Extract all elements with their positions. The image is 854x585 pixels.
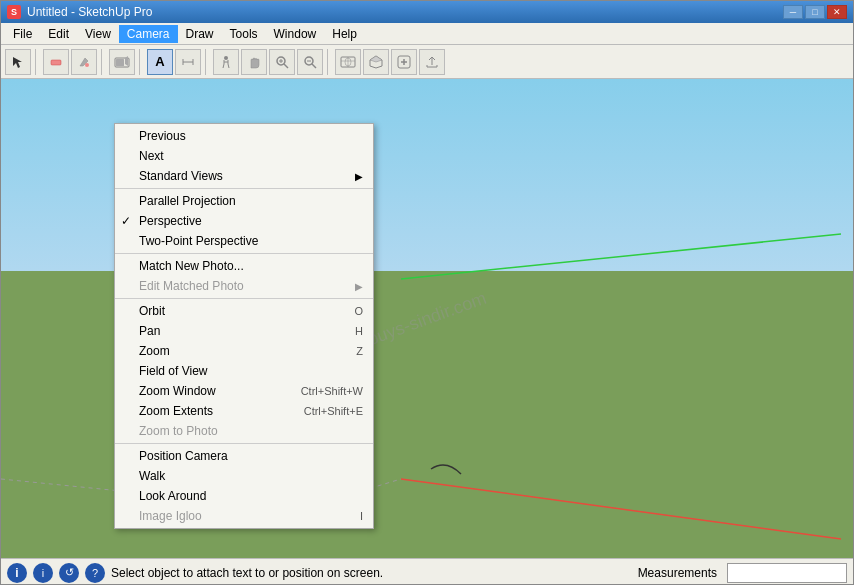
menu-view[interactable]: View [77,25,119,43]
camera-previous[interactable]: Previous [115,126,373,146]
pan-label: Pan [139,324,160,338]
svg-point-1 [85,63,89,67]
submenu-arrow-2: ▶ [355,281,363,292]
measurements-label: Measurements [638,566,721,580]
maximize-button[interactable]: □ [805,5,825,19]
check-icon: ✓ [121,214,131,228]
previous-label: Previous [139,129,186,143]
main-content: buys-sindir.com Previous Next Standard V… [1,79,853,558]
walk-label: Walk [139,469,165,483]
menu-help[interactable]: Help [324,25,365,43]
svg-rect-3 [116,59,124,66]
svg-line-17 [401,234,841,279]
camera-zoom-to-photo: Zoom to Photo [115,421,373,441]
orbit-shortcut: O [354,305,363,317]
svg-line-6 [284,64,288,68]
field-of-view-label: Field of View [139,364,207,378]
zoom-shortcut: Z [356,345,363,357]
toolbar-separator-4 [205,49,209,75]
canvas-area[interactable]: buys-sindir.com Previous Next Standard V… [1,79,853,558]
zoom-window-shortcut: Ctrl+Shift+W [301,385,363,397]
camera-perspective[interactable]: ✓ Perspective [115,211,373,231]
orbit-label: Orbit [139,304,165,318]
perspective-label: Perspective [139,214,202,228]
submenu-arrow: ▶ [355,171,363,182]
status-bar: i i ↺ ? Select object to attach text to … [1,558,853,585]
3d-warehouse-button[interactable] [363,49,389,75]
zoom-button[interactable] [269,49,295,75]
camera-look-around[interactable]: Look Around [115,486,373,506]
menu-window[interactable]: Window [266,25,325,43]
camera-dropdown-menu: Previous Next Standard Views ▶ Parallel … [114,123,374,529]
camera-menu-section-5: Position Camera Walk Look Around Image I… [115,444,373,528]
extension-warehouse-button[interactable] [391,49,417,75]
walk-button[interactable] [213,49,239,75]
next-label: Next [139,149,164,163]
zoom-label: Zoom [139,344,170,358]
camera-walk[interactable]: Walk [115,466,373,486]
camera-standard-views[interactable]: Standard Views ▶ [115,166,373,186]
svg-line-18 [401,479,841,539]
title-bar-left: S Untitled - SketchUp Pro [7,5,152,19]
svg-rect-0 [51,60,61,65]
status-text: Select object to attach text to or posit… [111,566,632,580]
camera-parallel-projection[interactable]: Parallel Projection [115,191,373,211]
camera-menu-section-4: Orbit O Pan H Zoom Z Field of View [115,299,373,444]
camera-menu-section-3: Match New Photo... Edit Matched Photo ▶ [115,254,373,299]
status-icon-info1[interactable]: i [7,563,27,583]
menu-edit[interactable]: Edit [40,25,77,43]
camera-zoom[interactable]: Zoom Z [115,341,373,361]
camera-pan[interactable]: Pan H [115,321,373,341]
toolbar-separator-5 [327,49,331,75]
status-icon-help[interactable]: ? [85,563,105,583]
camera-next[interactable]: Next [115,146,373,166]
svg-marker-15 [370,56,382,62]
status-icon-info2[interactable]: i [33,563,53,583]
zoom-extents-label: Zoom Extents [139,404,213,418]
image-igloo-label: Image Igloo [139,509,202,523]
zoom-window-label: Zoom Window [139,384,216,398]
app-icon: S [7,5,21,19]
look-around-label: Look Around [139,489,206,503]
measurements-input[interactable] [727,563,847,583]
camera-menu-section-1: Previous Next Standard Views ▶ [115,124,373,189]
toolbar-separator-1 [35,49,39,75]
menu-draw[interactable]: Draw [178,25,222,43]
menu-file[interactable]: File [5,25,40,43]
menu-camera[interactable]: Camera [119,25,178,43]
toolbar: A [1,45,853,79]
close-button[interactable]: ✕ [827,5,847,19]
toolbar-separator-3 [139,49,143,75]
text-tool-button[interactable]: A [147,49,173,75]
camera-field-of-view[interactable]: Field of View [115,361,373,381]
camera-menu-section-2: Parallel Projection ✓ Perspective Two-Po… [115,189,373,254]
image-igloo-shortcut: I [360,510,363,522]
position-camera-label: Position Camera [139,449,228,463]
camera-two-point-perspective[interactable]: Two-Point Perspective [115,231,373,251]
two-point-perspective-label: Two-Point Perspective [139,234,258,248]
zoom-extents-button[interactable] [297,49,323,75]
eraser-button[interactable] [43,49,69,75]
parallel-projection-label: Parallel Projection [139,194,236,208]
dimension-button[interactable] [175,49,201,75]
camera-position-camera[interactable]: Position Camera [115,446,373,466]
pan-shortcut: H [355,325,363,337]
hand-button[interactable] [241,49,267,75]
camera-zoom-extents[interactable]: Zoom Extents Ctrl+Shift+E [115,401,373,421]
paint-button[interactable] [71,49,97,75]
share-model-button[interactable] [419,49,445,75]
status-icon-refresh[interactable]: ↺ [59,563,79,583]
menu-tools[interactable]: Tools [222,25,266,43]
camera-orbit[interactable]: Orbit O [115,301,373,321]
camera-edit-matched-photo: Edit Matched Photo ▶ [115,276,373,296]
select-tool-button[interactable] [5,49,31,75]
camera-match-new-photo[interactable]: Match New Photo... [115,256,373,276]
window-controls: ─ □ ✕ [783,5,847,19]
camera-zoom-window[interactable]: Zoom Window Ctrl+Shift+W [115,381,373,401]
svg-point-4 [224,56,228,60]
geo-location-button[interactable] [335,49,361,75]
camera-scene-button[interactable] [109,49,135,75]
title-bar: S Untitled - SketchUp Pro ─ □ ✕ [1,1,853,23]
camera-image-igloo: Image Igloo I [115,506,373,526]
minimize-button[interactable]: ─ [783,5,803,19]
